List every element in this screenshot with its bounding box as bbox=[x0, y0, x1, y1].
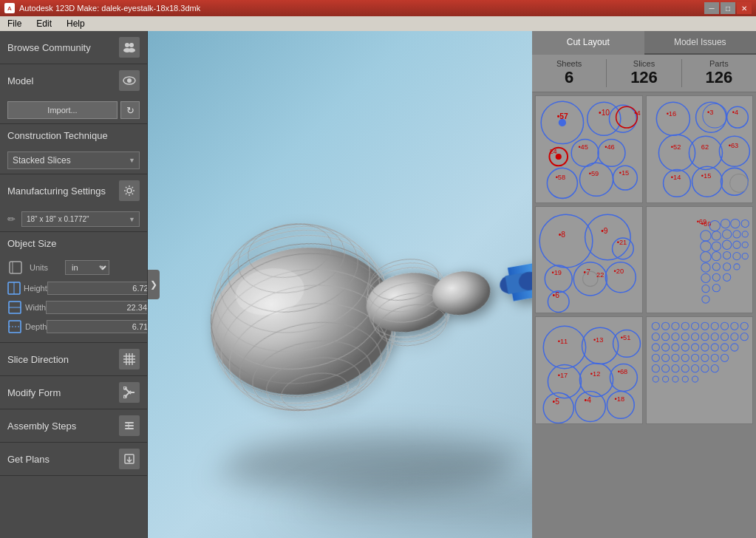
slice-direction-section: Slice Direction bbox=[0, 343, 147, 376]
units-dropdown[interactable]: in mm cm bbox=[65, 260, 109, 275]
svg-text:•59: •59 bbox=[589, 170, 599, 177]
svg-text:•52: •52 bbox=[670, 143, 680, 151]
get-plans-btn[interactable] bbox=[119, 449, 140, 469]
modify-form-header[interactable]: Modify Form bbox=[0, 376, 147, 409]
modify-form-btn[interactable] bbox=[119, 382, 140, 403]
import-button[interactable]: Import... bbox=[7, 101, 118, 119]
browse-community-label: Browse Community bbox=[7, 42, 91, 53]
svg-text:22: 22 bbox=[596, 271, 604, 279]
construction-technique-section: Construction Technique Stacked Slices In… bbox=[0, 124, 147, 174]
sheet-item-1[interactable]: •57 •10 •4 24 •45 •46 •5 bbox=[535, 95, 643, 203]
sheet-svg-5: •11 •13 •51 •17 •12 •68 •5 bbox=[536, 317, 642, 423]
tab-model-issues[interactable]: Model Issues bbox=[644, 31, 757, 55]
svg-text:•9: •9 bbox=[601, 226, 608, 234]
assembly-steps-btn[interactable] bbox=[119, 415, 140, 436]
sheet-svg-3: •8 •9 •21 •19 •7 22 •20 • bbox=[536, 207, 642, 313]
main-area: Browse Community Model bbox=[0, 31, 756, 538]
svg-point-0 bbox=[125, 43, 129, 47]
svg-text:•19: •19 bbox=[552, 269, 562, 276]
manufacturing-settings-header[interactable]: Manufacturing Settings bbox=[0, 174, 147, 207]
3d-model-svg bbox=[148, 31, 532, 538]
sheet-item-6[interactable] bbox=[646, 316, 754, 424]
svg-text:•15: •15 bbox=[619, 169, 629, 177]
sheet-svg-1: •57 •10 •4 24 •45 •46 •5 bbox=[536, 96, 642, 202]
height-icon bbox=[7, 280, 21, 296]
menu-edit[interactable]: Edit bbox=[32, 17, 56, 30]
sheet-grid: •57 •10 •4 24 •45 •46 •5 bbox=[535, 95, 753, 424]
width-icon bbox=[7, 299, 22, 316]
height-label: Height bbox=[24, 284, 47, 293]
svg-text:•10: •10 bbox=[599, 109, 610, 117]
close-button[interactable]: ✕ bbox=[737, 2, 752, 14]
sidebar: Browse Community Model bbox=[0, 31, 148, 538]
depth-input[interactable] bbox=[47, 320, 148, 333]
modify-form-label: Modify Form bbox=[7, 387, 61, 398]
width-input[interactable] bbox=[46, 301, 148, 314]
maximize-button[interactable]: □ bbox=[721, 2, 735, 14]
3d-viewport[interactable]: ❯ bbox=[148, 31, 532, 538]
stats-row: Sheets 6 Slices 126 Parts 126 bbox=[532, 55, 756, 92]
svg-text:•5: •5 bbox=[553, 398, 560, 406]
sheet-item-4[interactable]: •69 bbox=[646, 206, 754, 314]
slice-direction-header[interactable]: Slice Direction bbox=[0, 343, 147, 375]
svg-text:•4: •4 bbox=[585, 396, 592, 404]
collapse-tab[interactable]: ❯ bbox=[148, 270, 160, 299]
stat-slices: Slices 126 bbox=[607, 59, 681, 87]
slice-direction-label: Slice Direction bbox=[7, 354, 69, 365]
minimize-button[interactable]: ─ bbox=[704, 2, 719, 14]
sheet-size-dropdown[interactable]: 18" x 18" x 0.1772" bbox=[21, 211, 140, 227]
svg-text:•46: •46 bbox=[605, 143, 614, 151]
window-title: Autodesk 123D Make: dalek-eyestalk-18x18… bbox=[19, 4, 200, 13]
cut-layout-grid: •57 •10 •4 24 •45 •46 •5 bbox=[532, 92, 756, 538]
eye-icon bbox=[123, 76, 136, 85]
settings-gear-btn[interactable] bbox=[119, 180, 140, 201]
svg-text:24: 24 bbox=[549, 148, 556, 155]
svg-rect-24 bbox=[125, 422, 134, 423]
model-content: Import... ↻ bbox=[0, 97, 147, 123]
tab-cut-layout[interactable]: Cut Layout bbox=[532, 31, 644, 55]
svg-text:•8: •8 bbox=[559, 231, 566, 239]
units-label: Units bbox=[30, 263, 59, 272]
sheet-size-dropdown-wrapper: 18" x 18" x 0.1772" bbox=[21, 211, 140, 227]
depth-icon bbox=[7, 319, 22, 335]
sheet-svg-4: •69 bbox=[647, 207, 753, 313]
object-size-label: Object Size bbox=[7, 238, 56, 249]
app-icon: A bbox=[4, 3, 15, 13]
model-header[interactable]: Model bbox=[0, 64, 147, 97]
width-label: Width bbox=[25, 303, 46, 312]
menu-bar: File Edit Help bbox=[0, 16, 756, 31]
menu-file[interactable]: File bbox=[3, 17, 26, 30]
svg-text:•63: •63 bbox=[728, 142, 738, 149]
sheet-item-2[interactable]: •16 •3 •4 •52 62 •63 •14 bbox=[646, 95, 754, 203]
svg-text:•12: •12 bbox=[590, 370, 600, 378]
browse-community-header[interactable]: Browse Community bbox=[0, 31, 147, 64]
svg-text:•14: •14 bbox=[670, 174, 680, 181]
svg-text:•7: •7 bbox=[584, 268, 591, 276]
sheets-value: 6 bbox=[532, 68, 606, 87]
sheet-item-5[interactable]: •11 •13 •51 •17 •12 •68 •5 bbox=[535, 316, 643, 424]
svg-text:•58: •58 bbox=[556, 174, 565, 181]
svg-text:•18: •18 bbox=[615, 395, 624, 403]
height-input[interactable] bbox=[47, 282, 148, 295]
browse-community-icon-btn[interactable] bbox=[119, 37, 140, 58]
technique-dropdown[interactable]: Stacked Slices Interlocked Slices Curve bbox=[7, 151, 140, 169]
stat-sheets: Sheets 6 bbox=[532, 59, 606, 87]
depth-row: Depth ▲ ▼ bbox=[7, 319, 140, 335]
people-icon bbox=[123, 42, 136, 52]
assembly-steps-header[interactable]: Assembly Steps bbox=[0, 409, 147, 442]
stat-parts: Parts 126 bbox=[682, 59, 756, 87]
refresh-button[interactable]: ↻ bbox=[120, 101, 140, 119]
svg-text:•68: •68 bbox=[618, 368, 627, 375]
svg-text:•17: •17 bbox=[558, 372, 568, 379]
svg-point-1 bbox=[129, 43, 134, 47]
sheet-item-3[interactable]: •8 •9 •21 •19 •7 22 •20 • bbox=[535, 206, 643, 314]
model-eye-btn[interactable] bbox=[119, 70, 140, 91]
sheet-svg-6 bbox=[647, 317, 753, 423]
object-size-content: Units in mm cm bbox=[0, 255, 147, 342]
svg-rect-26 bbox=[125, 428, 134, 429]
sheet-size-row: ✏ 18" x 18" x 0.1772" bbox=[7, 211, 140, 227]
height-dimension-icon bbox=[7, 281, 21, 296]
slice-direction-btn[interactable] bbox=[119, 349, 140, 370]
menu-help[interactable]: Help bbox=[62, 17, 89, 30]
get-plans-header[interactable]: Get Plans bbox=[0, 443, 147, 475]
